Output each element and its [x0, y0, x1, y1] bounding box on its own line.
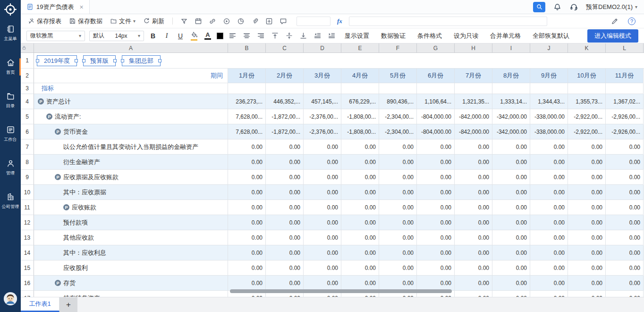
data-cell[interactable]: 236,273,... [228, 94, 266, 109]
attachment-icon[interactable] [251, 17, 259, 25]
row-label-cell[interactable]: 应收股利 [34, 260, 228, 276]
display-settings-button[interactable]: 显示设置 [345, 32, 369, 40]
column-header-L[interactable]: L [606, 43, 644, 52]
empty-cell[interactable] [304, 83, 341, 94]
data-cell[interactable]: 0.00 [568, 139, 606, 155]
align-center-icon[interactable] [243, 32, 251, 40]
worksheet-tab[interactable]: 工作表1 [21, 297, 59, 312]
row-number-16[interactable]: 16 [21, 276, 34, 291]
month-header-4[interactable]: 4月份 [341, 69, 379, 83]
formula-input[interactable] [349, 17, 547, 26]
data-cell[interactable]: 0.00 [341, 170, 379, 185]
row-number-6[interactable]: 6 [21, 124, 34, 139]
data-cell[interactable]: 0.00 [606, 276, 644, 291]
play-icon[interactable] [223, 17, 230, 25]
sidebar-item-workbench[interactable]: 工作台 [0, 125, 21, 143]
sidebar-item-main-menu[interactable]: 主菜单 [0, 25, 21, 42]
data-cell[interactable]: -2,304,00... [379, 109, 417, 124]
data-cell[interactable]: -2,926,00... [606, 124, 644, 139]
merge-cells-button[interactable]: 合并单元格 [490, 32, 521, 40]
bold-button[interactable]: B [148, 32, 158, 40]
data-cell[interactable]: 0.00 [530, 260, 568, 276]
data-cell[interactable]: 0.00 [455, 245, 492, 260]
data-cell[interactable]: 0.00 [455, 200, 492, 215]
support-headset-icon[interactable] [569, 2, 578, 11]
data-cell[interactable]: 0.00 [417, 155, 455, 170]
cell-reference-box[interactable] [297, 17, 330, 26]
data-cell[interactable]: 0.00 [304, 155, 341, 170]
data-cell[interactable]: 1,321,35... [455, 94, 492, 109]
data-cell[interactable]: -842,000.00 [455, 109, 492, 124]
data-cell[interactable]: 0.00 [341, 200, 379, 215]
data-validation-button[interactable]: 数据验证 [381, 32, 406, 40]
data-cell[interactable]: 0.00 [492, 230, 530, 245]
align-left-icon[interactable] [229, 32, 237, 40]
data-cell[interactable]: 0.00 [266, 230, 304, 245]
data-cell[interactable]: 0.00 [606, 291, 644, 297]
valign-bottom-icon[interactable] [299, 32, 307, 40]
data-cell[interactable]: 0.00 [455, 260, 492, 276]
drill-icon[interactable]: P [55, 174, 61, 180]
data-cell[interactable]: 0.00 [341, 230, 379, 245]
indicator-label-cell[interactable]: 指标 [34, 83, 228, 94]
row-number-11[interactable]: 11 [21, 200, 34, 215]
data-cell[interactable]: 0.00 [266, 276, 304, 291]
pie-chart-icon[interactable] [237, 17, 245, 25]
sidebar-item-catalog[interactable]: 目录 [0, 92, 21, 109]
app-logo[interactable] [4, 3, 17, 17]
data-cell[interactable]: 0.00 [341, 260, 379, 276]
row-label-cell[interactable]: P存货 [34, 276, 228, 291]
data-cell[interactable]: 0.00 [455, 230, 492, 245]
row-label-cell[interactable]: 其他应收款 [34, 230, 228, 245]
fx-button[interactable]: fx [337, 17, 342, 25]
data-cell[interactable]: 0.00 [455, 170, 492, 185]
data-cell[interactable]: 0.00 [266, 260, 304, 276]
row-label-cell[interactable]: P应收账款 [34, 200, 228, 215]
data-cell[interactable]: 0.00 [492, 139, 530, 155]
data-cell[interactable]: 0.00 [606, 200, 644, 215]
data-cell[interactable]: 0.00 [304, 276, 341, 291]
data-cell[interactable]: 0.00 [530, 170, 568, 185]
data-cell[interactable]: 0.00 [266, 185, 304, 200]
empty-cell[interactable] [568, 83, 606, 94]
month-header-5[interactable]: 5月份 [379, 69, 417, 83]
cell-row1-rest[interactable] [228, 53, 644, 69]
data-cell[interactable]: 0.00 [492, 260, 530, 276]
data-cell[interactable]: 0.00 [266, 245, 304, 260]
data-cell[interactable]: 0.00 [568, 200, 606, 215]
cell-A1[interactable]: 2019年度预算版集团总部 [34, 53, 228, 69]
comment-icon[interactable] [280, 17, 287, 25]
data-cell[interactable]: 0.00 [492, 185, 530, 200]
data-cell[interactable]: -1,872,00... [266, 109, 304, 124]
data-cell[interactable]: 0.00 [568, 215, 606, 230]
data-cell[interactable]: 1,333,14... [492, 94, 530, 109]
data-cell[interactable]: 0.00 [417, 260, 455, 276]
row-label-cell[interactable]: P货币资金 [34, 124, 228, 139]
sidebar-item-company-admin[interactable]: 公司管理 [0, 192, 21, 210]
indent-increase-icon[interactable] [328, 32, 336, 40]
data-cell[interactable]: 0.00 [304, 170, 341, 185]
row-label-cell[interactable]: 预付款项 [34, 215, 228, 230]
data-cell[interactable]: 0.00 [417, 139, 455, 155]
filter-icon[interactable] [180, 17, 188, 25]
data-cell[interactable]: 0.00 [530, 215, 568, 230]
row-number-12[interactable]: 12 [21, 215, 34, 230]
data-cell[interactable]: 676,229,... [341, 94, 379, 109]
data-cell[interactable]: 0.00 [304, 185, 341, 200]
data-cell[interactable]: 0.00 [341, 276, 379, 291]
data-cell[interactable]: 0.00 [228, 155, 266, 170]
data-cell[interactable]: 0.00 [606, 170, 644, 185]
data-cell[interactable]: 0.00 [568, 170, 606, 185]
filter-chip-1[interactable]: 2019年度 [37, 55, 77, 66]
column-header-G[interactable]: G [417, 43, 455, 52]
data-cell[interactable]: 0.00 [568, 155, 606, 170]
notification-bell-icon[interactable] [553, 2, 562, 11]
column-header-K[interactable]: K [568, 43, 606, 52]
data-cell[interactable]: 0.00 [379, 139, 417, 155]
data-cell[interactable]: 0.00 [417, 170, 455, 185]
data-cell[interactable]: 0.00 [266, 139, 304, 155]
data-cell[interactable]: 0.00 [530, 185, 568, 200]
month-header-7[interactable]: 7月份 [455, 69, 492, 83]
data-cell[interactable]: 0.00 [228, 139, 266, 155]
empty-cell[interactable] [492, 83, 530, 94]
